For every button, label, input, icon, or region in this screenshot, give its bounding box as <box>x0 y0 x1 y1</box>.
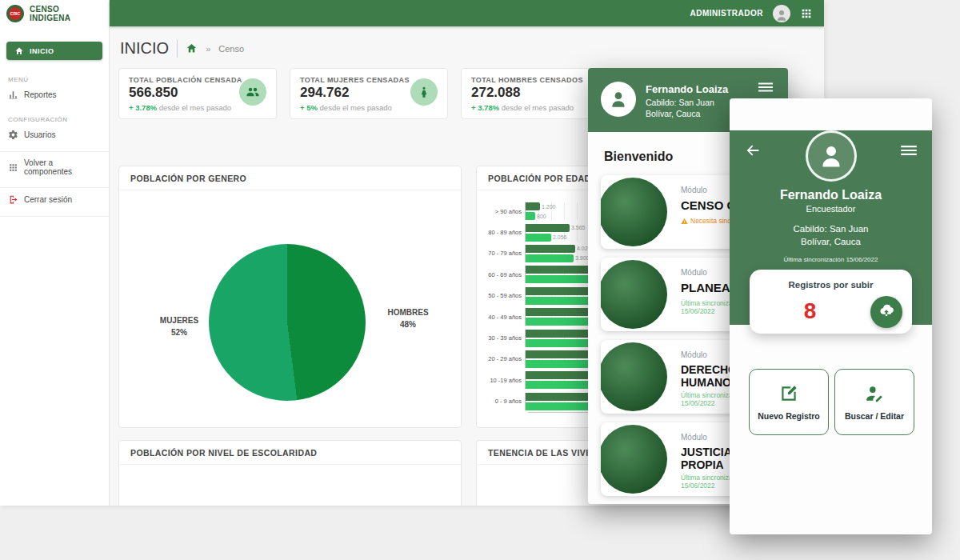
actions-row: Nuevo Registro Buscar / Editar <box>749 369 914 435</box>
buscar-editar-button[interactable]: Buscar / Editar <box>834 369 914 435</box>
breadcrumb-home-icon[interactable] <box>186 42 198 54</box>
breadcrumb-separator: » <box>206 44 210 54</box>
phone1-user-info: Fernando Loaiza Cabildo: San Juan Bolíva… <box>646 82 728 132</box>
action-label: Nuevo Registro <box>758 411 820 421</box>
pie-label-mujeres: MUJERES 52% <box>143 314 215 338</box>
nuevo-registro-button[interactable]: Nuevo Registro <box>749 369 829 435</box>
sidebar-item-label: Cerrar sesión <box>24 195 72 204</box>
menu-hamburger-icon[interactable] <box>756 78 775 97</box>
last-sync-text: Última sincronización 15/06/2022 <box>730 256 932 263</box>
topbar-username: ADMINISTRADOR <box>690 9 764 18</box>
stat-card-poblacion: TOTAL POBLACIÓN CENSADA 566.850 + 3.78% … <box>118 68 277 119</box>
bar-category-label: 10 -19 años <box>480 377 525 384</box>
user-role: Encuestador <box>730 204 932 214</box>
cabildo-line2: Bolívar, Cauca <box>730 236 932 249</box>
people-icon <box>239 78 266 106</box>
back-arrow-icon[interactable] <box>744 142 762 159</box>
cabildo-line1: Cabildo: San Juan <box>730 223 932 236</box>
brand-name: CENSO INDIGENA <box>30 5 102 22</box>
cric-logo-icon: CRIC <box>6 5 24 22</box>
bar-category-label: 70 - 79 años <box>480 250 525 257</box>
sidebar: CRIC CENSO INDIGENA INICIO MENÚ Reportes… <box>0 0 110 506</box>
sidebar-item-inicio[interactable]: INICIO <box>6 42 102 60</box>
user-cabildo: Cabildo: San Juan Bolívar, Cauca <box>730 223 932 248</box>
sidebar-item-label: INICIO <box>30 47 54 55</box>
user-name: Fernando Loaiza <box>730 188 932 202</box>
stat-trend: + 3.78% desde el mes pasado <box>129 103 231 112</box>
sidebar-item-label: Reportes <box>24 90 57 99</box>
panel-title: POBLACIÓN POR NIVEL DE ESCOLARIDAD <box>119 441 461 465</box>
pie-slice-pct: 48% <box>372 318 444 330</box>
user-avatar <box>806 130 857 182</box>
pending-uploads-count: 8 <box>750 298 870 324</box>
user-avatar[interactable] <box>773 5 790 22</box>
gear-icon <box>8 130 18 140</box>
bar <box>526 212 535 220</box>
breadcrumb-divider <box>177 40 178 58</box>
panel-poblacion-genero: POBLACIÓN POR GENERO MUJERES 52% HOMBRES… <box>118 166 462 428</box>
sidebar-section-menu: MENÚ <box>8 76 101 83</box>
pie-slice-pct: 52% <box>143 326 215 338</box>
stat-card-mujeres: TOTAL MUJERES CENSADAS 294.762 + 5% desd… <box>290 68 448 119</box>
pie-slice-name: HOMBRES <box>372 306 444 318</box>
module-photo <box>601 178 667 246</box>
sidebar-item-volver-componentes[interactable]: Volver a componentes <box>8 158 101 176</box>
action-label: Buscar / Editar <box>845 411 904 421</box>
bar-value-label: 1.200 <box>542 204 556 210</box>
pending-uploads-title: Registros por subir <box>750 280 912 290</box>
cabildo-line1: Cabildo: San Juan <box>646 97 728 108</box>
upload-button[interactable] <box>870 296 902 328</box>
topbar: ADMINISTRADOR <box>110 0 824 26</box>
stat-trend: + 3.78% desde el mes pasado <box>471 103 574 112</box>
bar <box>526 202 540 210</box>
module-photo <box>601 260 667 329</box>
stat-trend-note: desde el mes pasado <box>320 103 392 112</box>
breadcrumb: INICIO » Censo <box>110 26 824 58</box>
apps-grid-icon[interactable] <box>800 7 813 20</box>
stat-trend-pct: + 3.78% <box>471 103 499 112</box>
bar-category-label: 80 - 89 años <box>480 229 525 236</box>
bar-category-label: > 90 años <box>480 208 525 215</box>
stat-trend-note: desde el mes pasado <box>502 103 574 112</box>
panel-title: POBLACIÓN POR GENERO <box>119 166 461 190</box>
home-icon <box>14 46 24 56</box>
person-edit-icon <box>864 383 885 404</box>
sidebar-item-reportes[interactable]: Reportes <box>8 90 101 100</box>
bar-category-label: 20 - 29 años <box>480 355 525 362</box>
sidebar-item-usuarios[interactable]: Usuarios <box>8 130 101 140</box>
logout-icon <box>8 194 18 205</box>
sidebar-divider <box>0 187 109 188</box>
bar-category-label: 50 - 59 años <box>480 292 525 299</box>
module-photo <box>601 342 667 411</box>
pie-slice-name: MUJERES <box>143 314 215 326</box>
sidebar-divider <box>0 216 109 217</box>
stat-trend-pct: + 3.78% <box>129 103 157 112</box>
bar-value-label: 3.565 <box>571 225 586 230</box>
sidebar-item-label: Usuarios <box>24 130 55 139</box>
female-icon <box>410 78 438 106</box>
pending-uploads-card: Registros por subir 8 <box>750 270 912 334</box>
stat-trend-pct: + 5% <box>300 103 318 112</box>
sidebar-section-configuracion: CONFIGURACIÓN <box>8 116 101 123</box>
grid-icon <box>8 162 18 173</box>
panel-nivel-escolaridad: POBLACIÓN POR NIVEL DE ESCOLARIDAD <box>118 440 462 506</box>
bar <box>526 254 574 262</box>
bar-category-label: 60 - 69 años <box>480 271 525 278</box>
bar-category-label: 40 - 49 años <box>480 314 525 321</box>
bar-value-label: 2.056 <box>553 234 567 240</box>
gender-pie <box>209 244 366 401</box>
bar-value-label: 3.900 <box>575 255 590 261</box>
sidebar-divider <box>0 151 109 152</box>
sidebar-item-cerrar-sesion[interactable]: Cerrar sesión <box>8 194 101 205</box>
menu-hamburger-icon[interactable] <box>898 140 919 161</box>
bar-chart-icon <box>8 90 18 100</box>
bar <box>526 224 570 232</box>
user-name: Fernando Loaiza <box>646 83 728 95</box>
bar <box>526 245 575 253</box>
gender-pie-body: MUJERES 52% HOMBRES 48% <box>119 190 461 428</box>
bar-value-label: 800 <box>537 214 546 219</box>
sidebar-item-label: Volver a componentes <box>24 158 101 176</box>
stat-trend-note: desde el mes pasado <box>159 103 231 112</box>
breadcrumb-crumb[interactable]: Censo <box>218 44 244 54</box>
bar <box>526 234 551 242</box>
